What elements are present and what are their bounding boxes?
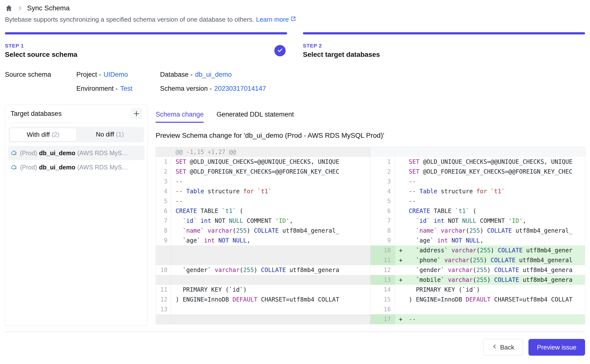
description-text: Bytebase supports synchronizing a specif… [5,16,254,23]
diff-row: 5-- [156,196,370,206]
diff-row: 1SET @OLD_UNIQUE_CHECKS=@@UNIQUE_CHECKS,… [156,157,370,167]
diff-row [156,245,370,255]
step-1: STEP 1 Select source schema [5,32,287,59]
schema-preview-section: Schema change Generated DDL statement Pr… [156,104,585,326]
sync-schema-page: Sync Schema Bytebase supports synchroniz… [0,0,590,362]
diff-row: 10 `gender` varchar(255) COLLATE utf8mb4… [156,265,370,275]
diff-row [156,255,370,265]
page-title: Sync Schema [27,4,70,12]
source-schema-summary: Source schema Project -UIDemo Database -… [5,71,585,92]
diff-row: 13+ `mobile` varchar(255) COLLATE utf8mb… [370,275,585,285]
diff-row: 11+ `phone` varchar(255) COLLATE utf8mb4… [370,255,585,265]
diff-row: 2SET @OLD_FOREIGN_KEY_CHECKS=@@FOREIGN_K… [370,167,585,177]
field-database: Database -db_ui_demo [160,71,266,78]
preview-issue-button[interactable]: Preview issue [528,339,585,356]
source-schema-label: Source schema [5,71,76,92]
environment-link[interactable]: Test [120,85,132,92]
target-databases-panel: Target databases With diff (2) No diff (… [5,104,148,326]
learn-more-link[interactable]: Learn more [256,16,296,23]
diff-row [156,275,370,285]
step-2-label: STEP 2 [303,43,585,49]
diff-row: 9 `age` int NOT NULL, [156,236,370,245]
back-button[interactable]: Back [483,339,523,356]
diff-row: 6CREATE TABLE `t1` ( [156,206,370,216]
preview-tabs: Schema change Generated DDL statement [156,104,585,123]
diff-row: 8 `name` varchar(255) COLLATE utf8mb4_ge… [156,226,370,236]
diff-row: @@ -1,15 +1,27 @@ [156,147,370,157]
mysql-dolphin-icon [11,149,18,157]
check-icon [277,47,283,54]
diff-row: 16 [370,304,585,314]
diff-row: 4-- Table structure for `t1` [370,186,585,196]
target-database-list: (Prod) db_ui_demo (AWS RDS MyS… (Prod) d… [5,146,148,174]
tab-with-diff[interactable]: With diff (2) [10,128,77,141]
diff-row: 6CREATE TABLE `t1` ( [370,206,585,216]
diff-row: 3-- [370,177,585,186]
field-project: Project -UIDemo [76,71,160,78]
plus-icon [133,110,140,117]
step-2-title: Select target databases [303,51,585,59]
footer-actions: Back Preview issue [5,339,585,362]
step-1-title: Select source schema [5,51,274,59]
step-1-completed-badge [274,45,286,56]
diff-row: 2SET @OLD_FOREIGN_KEY_CHECKS=@@FOREIGN_K… [156,167,370,177]
diff-row [156,314,370,324]
diff-row: 11 PRIMARY KEY (`id`) [156,285,370,295]
project-link[interactable]: UIDemo [104,71,128,78]
diff-row: 13 [156,304,370,314]
diff-row: 1SET @OLD_UNIQUE_CHECKS=@@UNIQUE_CHECKS,… [370,157,585,167]
diff-row: 7 `id` int NOT NULL COMMENT 'ID', [156,216,370,226]
tab-schema-change[interactable]: Schema change [156,111,204,123]
diff-row [370,147,585,157]
field-schema-version: Schema version -20230317014147 [160,85,266,92]
diff-left-pane[interactable]: @@ -1,15 +1,27 @@1SET @OLD_UNIQUE_CHECKS… [156,147,370,324]
diff-row: 7 `id` int NOT NULL COMMENT 'ID', [370,216,585,226]
diff-row: 15) ENGINE=InnoDB DEFAULT CHARSET=utf8mb… [370,295,585,304]
home-icon[interactable] [5,4,13,12]
diff-right-pane[interactable]: 1SET @OLD_UNIQUE_CHECKS=@@UNIQUE_CHECKS,… [370,147,585,324]
page-description: Bytebase supports synchronizing a specif… [5,16,585,23]
step-1-label: STEP 1 [5,43,274,49]
diff-row: 4-- Table structure for `t1` [156,186,370,196]
preview-title: Preview Schema change for 'db_ui_demo (P… [156,132,585,139]
diff-row: 14 PRIMARY KEY (`id`) [370,285,585,295]
target-databases-title: Target databases [11,110,62,118]
footer-divider [5,332,585,332]
diff-row: 12 `gender` varchar(255) COLLATE utf8mb4… [370,265,585,275]
breadcrumb-chevron-icon [17,5,23,11]
breadcrumb: Sync Schema [5,0,585,13]
database-link[interactable]: db_ui_demo [195,71,232,78]
add-target-database-button[interactable] [131,108,142,119]
diff-row: 5-- [370,196,585,206]
diff-row: 3-- [156,177,370,186]
diff-row: 17+-- [370,314,585,324]
diff-row: 8 `name` varchar(255) COLLATE utf8mb4_ge… [370,226,585,236]
step-2: STEP 2 Select target databases [303,32,585,59]
tab-generated-ddl[interactable]: Generated DDL statement [216,111,294,123]
database-list-item[interactable]: (Prod) db_ui_demo (AWS RDS MyS… [8,160,145,174]
external-link-icon [290,16,296,23]
field-environment: Environment -Test [76,85,160,92]
chevron-left-icon [492,344,498,351]
diff-row: 10+ `address` varchar(255) COLLATE utf8m… [370,245,585,255]
diff-row: 12) ENGINE=InnoDB DEFAULT CHARSET=utf8mb… [156,295,370,304]
schema-diff-editor: @@ -1,15 +1,27 @@1SET @OLD_UNIQUE_CHECKS… [156,147,585,324]
database-list-item[interactable]: (Prod) db_ui_demo (AWS RDS MyS… [8,146,145,160]
diff-row: 9 `age` int NOT NULL, [370,236,585,245]
tab-no-diff[interactable]: No diff (1) [77,128,143,141]
diff-filter-tabs: With diff (2) No diff (1) [9,127,144,142]
mysql-dolphin-icon [11,164,18,171]
step-2-progress-bar [303,32,585,34]
step-1-progress-bar [5,32,287,34]
schema-version-link[interactable]: 20230317014147 [214,85,266,92]
step-indicator: STEP 1 Select source schema STEP 2 Selec… [5,32,585,59]
